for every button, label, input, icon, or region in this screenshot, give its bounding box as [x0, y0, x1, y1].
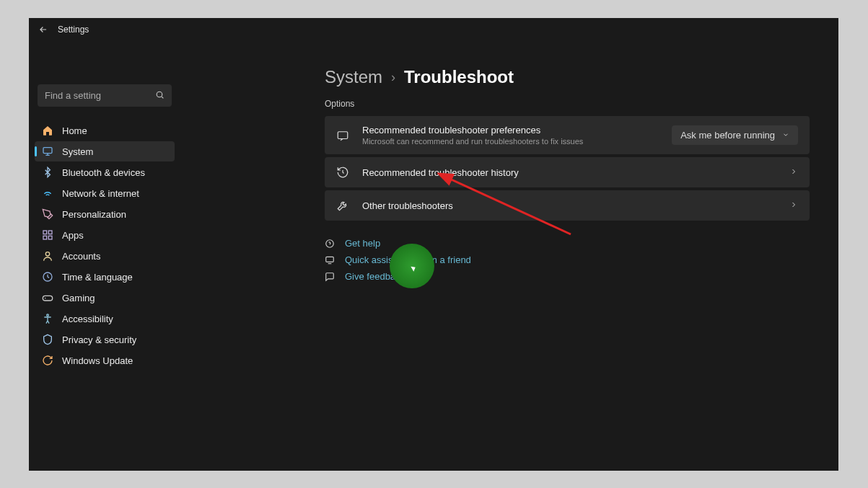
- nav-update[interactable]: Windows Update: [35, 350, 175, 371]
- svg-rect-1: [43, 148, 52, 154]
- nav-bluetooth[interactable]: Bluetooth & devices: [35, 162, 175, 182]
- accessibility-icon: [42, 313, 53, 324]
- nav-system[interactable]: System: [35, 141, 175, 161]
- history-icon: [336, 166, 349, 179]
- svg-point-6: [45, 252, 49, 256]
- preferences-dropdown[interactable]: Ask me before running: [672, 125, 798, 145]
- update-icon: [42, 355, 53, 366]
- nav-label: Accounts: [62, 251, 100, 262]
- nav-label: Bluetooth & devices: [62, 167, 145, 178]
- card-preferences[interactable]: Recommended troubleshooter preferences M…: [325, 116, 810, 154]
- svg-point-9: [47, 314, 49, 316]
- nav-label: System: [62, 146, 93, 157]
- nav-label: Windows Update: [62, 355, 133, 366]
- nav-privacy[interactable]: Privacy & security: [35, 329, 175, 350]
- nav-gaming[interactable]: Gaming: [35, 288, 175, 308]
- back-button[interactable]: [38, 24, 49, 35]
- sidebar: Home System Bluetooth & devices Network …: [29, 41, 180, 471]
- nav-label: Time & language: [62, 272, 133, 283]
- nav-label: Network & internet: [62, 188, 139, 199]
- quick-assist-link[interactable]: Quick assistance from a friend: [345, 254, 471, 265]
- chevron-right-icon: ›: [391, 70, 395, 85]
- svg-rect-5: [48, 236, 52, 239]
- gamepad-icon: [42, 292, 53, 303]
- svg-rect-4: [43, 236, 47, 239]
- person-icon: [42, 250, 53, 262]
- card-other-troubleshooters[interactable]: Other troubleshooters: [325, 190, 810, 221]
- apps-icon: [42, 229, 53, 241]
- nav-list: Home System Bluetooth & devices Network …: [35, 120, 175, 371]
- card-title: Recommended troubleshooter history: [362, 167, 789, 178]
- card-subtitle: Microsoft can recommend and run troubles…: [362, 137, 672, 146]
- nav-label: Personalization: [62, 209, 126, 220]
- svg-rect-10: [338, 131, 348, 138]
- home-icon: [42, 125, 53, 136]
- wrench-icon: [336, 199, 349, 212]
- app-title: Settings: [58, 25, 89, 35]
- help-links: Get help Quick assistance from a friend …: [325, 235, 810, 285]
- help-icon: [325, 239, 335, 249]
- section-label: Options: [325, 99, 810, 109]
- chat-icon: [336, 129, 349, 142]
- get-help-link[interactable]: Get help: [345, 238, 380, 249]
- brush-icon: [42, 208, 53, 220]
- nav-label: Apps: [62, 230, 84, 241]
- titlebar: Settings: [29, 18, 838, 41]
- svg-rect-2: [43, 231, 47, 234]
- nav-label: Accessibility: [62, 314, 113, 324]
- card-history[interactable]: Recommended troubleshooter history: [325, 157, 810, 187]
- breadcrumb: System › Troubleshoot: [325, 67, 810, 87]
- card-title: Recommended troubleshooter preferences: [362, 125, 672, 136]
- chevron-right-icon: [789, 199, 798, 212]
- nav-personalization[interactable]: Personalization: [35, 204, 175, 224]
- dropdown-value: Ask me before running: [680, 130, 775, 141]
- give-feedback-link[interactable]: Give feedback: [345, 271, 405, 282]
- shield-icon: [42, 334, 53, 345]
- search-input[interactable]: [38, 84, 172, 107]
- svg-rect-3: [48, 231, 52, 234]
- nav-apps[interactable]: Apps: [35, 225, 175, 245]
- nav-time[interactable]: Time & language: [35, 267, 175, 287]
- svg-point-11: [326, 239, 334, 247]
- nav-label: Gaming: [62, 293, 95, 303]
- nav-network[interactable]: Network & internet: [35, 183, 175, 203]
- settings-window: Settings Home System: [29, 18, 838, 471]
- quick-assist-icon: [325, 255, 335, 265]
- main-content: System › Troubleshoot Options Recommende…: [180, 41, 838, 471]
- nav-label: Privacy & security: [62, 334, 136, 345]
- svg-rect-12: [326, 257, 334, 262]
- nav-accounts[interactable]: Accounts: [35, 246, 175, 266]
- clock-globe-icon: [42, 271, 53, 283]
- breadcrumb-current: Troubleshoot: [404, 67, 514, 87]
- nav-accessibility[interactable]: Accessibility: [35, 309, 175, 329]
- nav-label: Home: [62, 125, 87, 136]
- wifi-icon: [42, 187, 53, 199]
- breadcrumb-parent[interactable]: System: [325, 67, 382, 87]
- card-title: Other troubleshooters: [362, 200, 789, 211]
- feedback-icon: [325, 272, 335, 282]
- svg-rect-8: [43, 296, 52, 301]
- bluetooth-icon: [42, 167, 53, 178]
- system-icon: [42, 146, 53, 157]
- nav-home[interactable]: Home: [35, 120, 175, 141]
- chevron-right-icon: [789, 166, 798, 179]
- chevron-down-icon: [782, 130, 789, 141]
